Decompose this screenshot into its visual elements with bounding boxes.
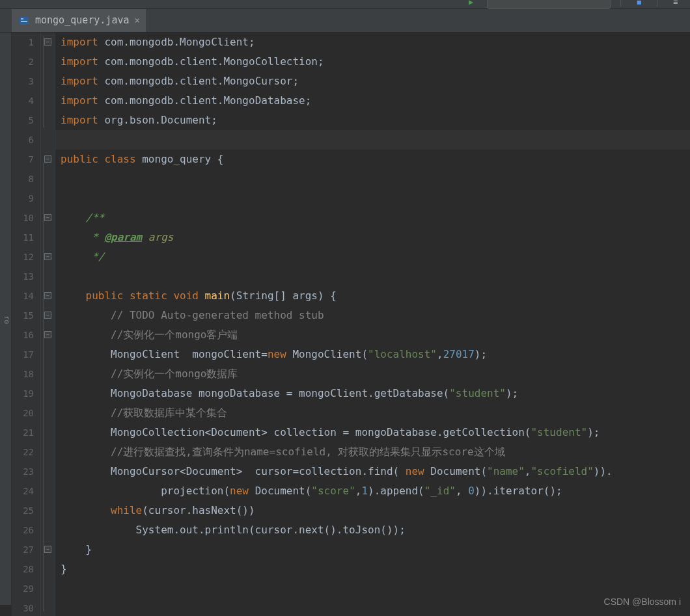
code-line: MongoClient mongoClient=new MongoClient(… <box>55 345 690 364</box>
fold-marker-icon[interactable]: − <box>44 155 51 163</box>
code-line: //进行数据查找,查询条件为name=scofield, 对获取的结果集只显示s… <box>55 442 690 462</box>
code-line: MongoCollection<Document> collection = m… <box>55 423 690 442</box>
line-number: 26 <box>12 520 34 540</box>
line-number: 13 <box>12 267 34 286</box>
line-number: 7 <box>12 150 34 169</box>
code-line: } <box>55 559 690 579</box>
code-line: import org.bson.Document; <box>55 111 690 130</box>
code-area[interactable]: import com.mongodb.MongoClient; import c… <box>55 33 690 616</box>
close-icon[interactable]: × <box>135 15 140 25</box>
code-line: // TODO Auto-generated method stub <box>55 306 690 325</box>
menu-icon[interactable]: ≡ <box>673 0 683 8</box>
fold-marker-icon[interactable]: − <box>44 38 51 46</box>
line-number: 29 <box>12 579 34 598</box>
code-line <box>55 598 690 616</box>
line-number: 23 <box>12 462 34 481</box>
line-number: 3 <box>12 72 34 91</box>
line-number: 17 <box>12 345 34 364</box>
fold-marker-icon[interactable]: − <box>44 292 51 299</box>
line-number: 15 <box>12 306 34 325</box>
fold-marker-icon[interactable]: − <box>44 331 51 338</box>
stop-icon[interactable]: ◼ <box>637 0 647 8</box>
fold-marker-icon[interactable]: − <box>44 214 51 221</box>
svg-rect-2 <box>21 21 27 22</box>
code-line <box>55 579 690 598</box>
toolbar: ▶ │ ◼ │ ≡ <box>0 0 690 9</box>
code-line: import com.mongodb.client.MongoDatabase; <box>55 91 690 111</box>
line-number: 5 <box>12 111 34 130</box>
left-tool-margin[interactable]: ro <box>0 33 12 605</box>
line-number: 28 <box>12 559 34 579</box>
line-number: 25 <box>12 501 34 520</box>
line-number: 30 <box>12 598 34 616</box>
line-number: 6 <box>12 130 34 150</box>
run-icon[interactable]: ▶ <box>469 0 479 8</box>
code-line <box>55 267 690 286</box>
line-number: 8 <box>12 169 34 189</box>
line-number: 14 <box>12 286 34 306</box>
code-line: System.out.println(cursor.next().toJson(… <box>55 520 690 540</box>
fold-marker-icon[interactable]: − <box>44 546 51 553</box>
line-number: 20 <box>12 403 34 423</box>
line-number: 18 <box>12 364 34 384</box>
code-line: //获取数据库中某个集合 <box>55 403 690 423</box>
svg-rect-1 <box>21 18 23 20</box>
separator-icon: │ <box>618 0 629 8</box>
code-line: public class mongo_query { <box>55 150 690 169</box>
code-line: import com.mongodb.client.MongoCursor; <box>55 72 690 91</box>
editor-tabs: mongo_query.java × <box>0 9 690 33</box>
code-line <box>55 169 690 189</box>
line-number: 24 <box>12 481 34 501</box>
line-number: 21 <box>12 423 34 442</box>
code-line: import com.mongodb.client.MongoCollectio… <box>55 52 690 72</box>
line-number: 1 <box>12 33 34 52</box>
fold-marker-icon[interactable]: − <box>44 312 51 319</box>
line-number: 22 <box>12 442 34 462</box>
line-number: 4 <box>12 91 34 111</box>
fold-gutter[interactable]: − − − − − − − − <box>41 33 55 616</box>
code-line: while(cursor.hasNext()) <box>55 501 690 520</box>
code-line: //实例化一个mongo客户端 <box>55 325 690 345</box>
line-number: 10 <box>12 208 34 228</box>
code-line: * @param args <box>55 228 690 247</box>
code-line: MongoDatabase mongoDatabase = mongoClien… <box>55 384 690 403</box>
java-file-icon <box>18 14 30 26</box>
code-line: /** <box>55 208 690 228</box>
separator-icon: │ <box>655 0 665 8</box>
tab-label: mongo_query.java <box>35 14 130 26</box>
code-line: MongoCursor<Document> cursor=collection.… <box>55 462 690 481</box>
line-number: 19 <box>12 384 34 403</box>
code-line: projection(new Document("score",1).appen… <box>55 481 690 501</box>
left-margin-label: ro <box>3 315 11 324</box>
code-line: import com.mongodb.MongoClient; <box>55 33 690 52</box>
line-number: 11 <box>12 228 34 247</box>
line-number: 12 <box>12 247 34 267</box>
code-line <box>55 189 690 208</box>
line-number: 27 <box>12 540 34 559</box>
code-line: */ <box>55 247 690 267</box>
code-editor[interactable]: 1234567891011121314151617181920212223242… <box>12 33 690 616</box>
fold-marker-icon[interactable]: − <box>44 253 51 260</box>
line-number-gutter: 1234567891011121314151617181920212223242… <box>12 33 41 616</box>
code-line: } <box>55 540 690 559</box>
code-line: public static void main(String[] args) { <box>55 286 690 306</box>
line-number: 2 <box>12 52 34 72</box>
code-line: //实例化一个mongo数据库 <box>55 364 690 384</box>
line-number: 16 <box>12 325 34 345</box>
tab-mongo-query-java[interactable]: mongo_query.java × <box>12 8 147 32</box>
line-number: 9 <box>12 189 34 208</box>
run-config-selector[interactable] <box>487 0 611 9</box>
code-line <box>55 130 690 150</box>
